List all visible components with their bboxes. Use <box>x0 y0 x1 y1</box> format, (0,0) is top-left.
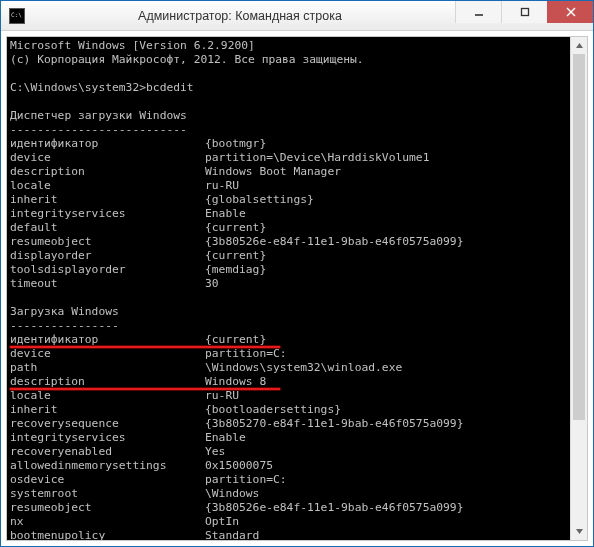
kv-key: resumeobject <box>10 501 205 515</box>
kv-value: partition=\Device\HarddiskVolume1 <box>205 151 429 165</box>
close-button[interactable] <box>547 1 593 23</box>
svg-marker-5 <box>576 529 583 534</box>
kv-value: OptIn <box>205 515 239 529</box>
kv-key: integrityservices <box>10 207 205 221</box>
maximize-button[interactable] <box>501 1 547 23</box>
kv-row: nxOptIn <box>10 515 584 529</box>
close-icon <box>566 7 576 17</box>
kv-key: device <box>10 151 205 165</box>
client-area: Microsoft Windows [Version 6.2.9200](c) … <box>6 36 588 541</box>
kv-key: resumeobject <box>10 235 205 249</box>
kv-value: partition=C: <box>205 473 287 487</box>
kv-row: recoverysequence{3b805270-e84f-11e1-9bab… <box>10 417 584 431</box>
kv-row: идентификатор{current} <box>10 333 584 347</box>
kv-value: ru-RU <box>205 179 239 193</box>
kv-row: osdevicepartition=C: <box>10 473 584 487</box>
window-controls <box>455 1 593 23</box>
cmd-icon <box>9 8 25 24</box>
kv-value: Enable <box>205 431 246 445</box>
scroll-up-button[interactable] <box>571 37 587 54</box>
kv-key: bootmenupolicy <box>10 529 205 541</box>
section-title: Загрузка Windows <box>10 305 584 319</box>
kv-row: systemroot\Windows <box>10 487 584 501</box>
kv-key: recoveryenabled <box>10 445 205 459</box>
blank <box>10 67 584 81</box>
scroll-down-button[interactable] <box>571 523 587 540</box>
kv-key: description <box>10 375 205 389</box>
kv-value: \Windows\system32\winload.exe <box>205 361 402 375</box>
kv-value: {current} <box>205 333 266 347</box>
kv-value: {bootloadersettings} <box>205 403 341 417</box>
kv-value: partition=C: <box>205 347 287 361</box>
kv-value: Yes <box>205 445 225 459</box>
kv-key: locale <box>10 389 205 403</box>
banner-line: Microsoft Windows [Version 6.2.9200] <box>10 39 584 53</box>
kv-row: integrityservicesEnable <box>10 431 584 445</box>
console-output[interactable]: Microsoft Windows [Version 6.2.9200](c) … <box>7 37 587 541</box>
kv-row: path\Windows\system32\winload.exe <box>10 361 584 375</box>
kv-value: Enable <box>205 207 246 221</box>
scroll-thumb[interactable] <box>573 54 585 420</box>
kv-row: recoveryenabledYes <box>10 445 584 459</box>
kv-key: device <box>10 347 205 361</box>
kv-row: inherit{globalsettings} <box>10 193 584 207</box>
blank <box>10 291 584 305</box>
kv-value: \Windows <box>205 487 259 501</box>
section-rule: -------------------------- <box>10 123 584 137</box>
kv-row: resumeobject{3b80526e-e84f-11e1-9bab-e46… <box>10 501 584 515</box>
kv-row: descriptionWindows Boot Manager <box>10 165 584 179</box>
kv-value: Windows Boot Manager <box>205 165 341 179</box>
kv-key: allowedinmemorysettings <box>10 459 205 473</box>
vertical-scrollbar[interactable] <box>570 37 587 540</box>
kv-value: {3b80526e-e84f-11e1-9bab-e46f0575a099} <box>205 501 463 515</box>
kv-row: идентификатор{bootmgr} <box>10 137 584 151</box>
kv-key: integrityservices <box>10 431 205 445</box>
kv-value: {bootmgr} <box>205 137 266 151</box>
section-rule: ---------------- <box>10 319 584 333</box>
minimize-icon <box>474 7 484 17</box>
kv-value: {3b805270-e84f-11e1-9bab-e46f0575a099} <box>205 417 463 431</box>
kv-row: devicepartition=C: <box>10 347 584 361</box>
kv-value: Standard <box>205 529 259 541</box>
kv-key: displayorder <box>10 249 205 263</box>
prompt-line: C:\Windows\system32>bcdedit <box>10 81 584 95</box>
highlight-underline <box>10 388 280 390</box>
kv-value: {globalsettings} <box>205 193 314 207</box>
kv-key: path <box>10 361 205 375</box>
kv-key: nx <box>10 515 205 529</box>
blank <box>10 95 584 109</box>
kv-value: 0x15000075 <box>205 459 273 473</box>
kv-value: {current} <box>205 249 266 263</box>
titlebar[interactable]: Администратор: Командная строка <box>1 1 593 31</box>
minimize-button[interactable] <box>455 1 501 23</box>
kv-key: systemroot <box>10 487 205 501</box>
kv-value: 30 <box>205 277 219 291</box>
kv-row: timeout30 <box>10 277 584 291</box>
kv-key: идентификатор <box>10 137 205 151</box>
maximize-icon <box>520 7 530 17</box>
kv-value: {current} <box>205 221 266 235</box>
svg-rect-1 <box>521 9 528 16</box>
kv-value: ru-RU <box>205 389 239 403</box>
kv-key: recoverysequence <box>10 417 205 431</box>
kv-row: localeru-RU <box>10 179 584 193</box>
kv-key: default <box>10 221 205 235</box>
kv-value: {memdiag} <box>205 263 266 277</box>
kv-key: inherit <box>10 403 205 417</box>
kv-row: integrityservicesEnable <box>10 207 584 221</box>
section-title: Диспетчер загрузки Windows <box>10 109 584 123</box>
kv-key: inherit <box>10 193 205 207</box>
highlight-underline <box>10 346 280 348</box>
kv-row: descriptionWindows 8 <box>10 375 584 389</box>
kv-key: osdevice <box>10 473 205 487</box>
kv-row: inherit{bootloadersettings} <box>10 403 584 417</box>
kv-row: devicepartition=\Device\HarddiskVolume1 <box>10 151 584 165</box>
scroll-track[interactable] <box>571 54 587 523</box>
kv-row: allowedinmemorysettings0x15000075 <box>10 459 584 473</box>
chevron-down-icon <box>575 527 584 536</box>
kv-key: toolsdisplayorder <box>10 263 205 277</box>
banner-line: (c) Корпорация Майкрософт, 2012. Все пра… <box>10 53 584 67</box>
kv-row: resumeobject{3b80526e-e84f-11e1-9bab-e46… <box>10 235 584 249</box>
window-title: Администратор: Командная строка <box>25 9 455 23</box>
chevron-up-icon <box>575 41 584 50</box>
